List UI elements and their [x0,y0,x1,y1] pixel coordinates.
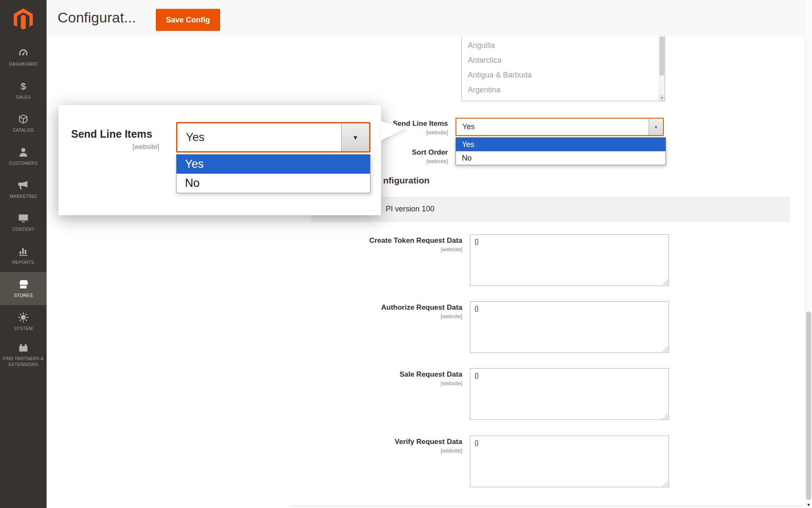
verify-request-data-label: Verify Request Data [website] [361,438,462,454]
sidebar-item-label: SYSTEM [14,326,33,331]
section-heading: nfiguration [383,175,430,186]
system-icon [18,312,29,323]
version-bar: PI version 100 [311,197,790,222]
popup-pointer-tail [381,121,407,141]
field-label-text: Verify Request Data [361,438,462,446]
sidebar-menu: DASHBOARD $ SALES CATALOG CUSTOMERS [0,41,47,371]
sidebar-item-find-partners-extensions[interactable]: FIND PARTNERS & EXTENSIONS [0,338,47,371]
create-token-request-data-label: Create Token Request Data [website] [361,236,462,253]
sidebar-item-system[interactable]: SYSTEM [0,305,47,338]
field-scope-text: [website] [361,380,462,386]
sidebar-item-marketing[interactable]: MARKETING [0,173,47,206]
sidebar-item-content[interactable]: CONTENT [0,206,47,239]
popup-select-value: Yes [186,123,204,151]
chevron-down-icon[interactable]: ▼ [341,123,369,151]
page-vertical-scrollbar[interactable]: ▼ [805,0,812,508]
content-icon [18,213,29,224]
sidebar-item-reports[interactable]: REPORTS [0,239,47,272]
field-label-text: Authorize Request Data [361,303,462,312]
page-scrollbar-thumb[interactable] [806,311,811,500]
field-label-text: Create Token Request Data [361,236,462,245]
sidebar-item-label: REPORTS [12,260,34,265]
send-line-items-select[interactable]: Yes ▼ [456,118,664,136]
sidebar-item-label: SALES [16,94,31,100]
catalog-icon [18,114,29,125]
create-token-request-data-textarea[interactable]: {} [470,234,669,286]
sidebar-item-catalog[interactable]: CATALOG [0,107,47,140]
scroll-down-arrow-icon[interactable]: ▼ [659,95,665,101]
chevron-down-icon[interactable]: ▼ [649,119,663,135]
dashboard-icon [18,47,29,58]
popup-send-line-items-select[interactable]: Yes ▼ [176,122,370,153]
sidebar: DASHBOARD $ SALES CATALOG CUSTOMERS [0,0,47,508]
scrollbar-down-arrow-icon[interactable]: ▼ [805,502,812,507]
page-title: Configurat... [58,9,136,26]
magento-admin-screen: DASHBOARD $ SALES CATALOG CUSTOMERS [0,0,812,508]
sidebar-item-label: CUSTOMERS [9,161,38,166]
popup-dropdown: Yes No [176,154,370,193]
marketing-icon [18,180,29,191]
popup-field-scope: [website] [71,143,159,151]
country-option[interactable]: Anguilla [462,38,665,53]
save-config-button[interactable]: Save Config [156,9,220,31]
stores-icon [18,279,29,290]
sidebar-item-label: DASHBOARD [9,61,38,67]
field-scope-text: [website] [361,313,462,319]
sidebar-item-sales[interactable]: $ SALES [0,74,47,107]
extensions-icon [18,342,29,353]
page-header: Configurat... Save Config [47,0,812,36]
send-line-items-dropdown: Yes No [456,137,666,165]
country-list-scrollbar[interactable]: ▼ [659,36,665,101]
sidebar-item-label: STORES [14,293,33,298]
customers-icon [18,147,29,158]
popup-dropdown-option-no[interactable]: No [177,174,370,193]
reports-icon [18,246,29,257]
verify-request-data-textarea[interactable]: {} [470,436,669,487]
dropdown-option-yes[interactable]: Yes [456,138,666,151]
sale-request-data-textarea[interactable]: {} [470,368,669,420]
sidebar-item-stores[interactable]: STORES [0,272,47,305]
country-option[interactable]: Antarctica [462,53,665,68]
magento-logo[interactable] [0,0,47,41]
sidebar-item-label: MARKETING [10,194,37,199]
sidebar-item-customers[interactable]: CUSTOMERS [0,140,47,173]
field-label-text: Sale Request Data [361,370,462,379]
sidebar-item-label: CONTENT [12,227,34,232]
popup-field-label: Send Line Items [71,128,152,140]
version-text: PI version 100 [386,205,434,214]
country-multiselect[interactable]: Anguilla Antarctica Antigua & Barbuda Ar… [461,36,665,101]
field-scope-text: [website] [361,246,462,253]
authorize-request-data-label: Authorize Request Data [website] [361,303,462,319]
country-list-scrollbar-thumb[interactable] [660,36,664,75]
select-value: Yes [462,119,475,135]
field-scope-text: [website] [361,447,462,454]
section-divider [290,506,803,506]
sidebar-item-dashboard[interactable]: DASHBOARD [0,41,47,74]
magento-logo-icon [14,8,33,32]
authorize-request-data-textarea[interactable]: {} [470,301,669,353]
dropdown-option-no[interactable]: No [456,151,666,165]
magnifier-popup: Send Line Items [website] Yes ▼ Yes No [58,105,381,215]
country-option[interactable]: Argentina [462,83,665,97]
sales-icon: $ [18,81,29,92]
svg-text:$: $ [21,81,26,92]
sidebar-item-label: FIND PARTNERS & EXTENSIONS [2,356,45,367]
sidebar-item-label: CATALOG [13,128,34,133]
country-option[interactable]: Antigua & Barbuda [462,68,665,83]
sale-request-data-label: Sale Request Data [website] [361,370,462,386]
popup-dropdown-option-yes[interactable]: Yes [177,155,370,174]
